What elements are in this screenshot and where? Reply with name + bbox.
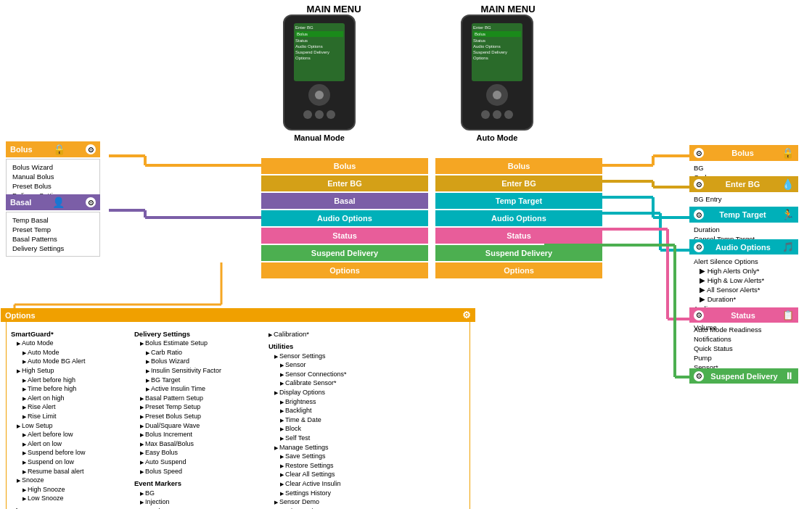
sg-high-snooze: High Snooze	[11, 485, 134, 494]
bar-audio-manual[interactable]: Audio Options	[261, 210, 428, 226]
ds-isf: Insulin Sensitivity Factor	[134, 366, 268, 376]
status-quick: Quick Status	[694, 344, 794, 353]
util-backlight: Backlight	[268, 406, 392, 415]
bar-temp-target-auto[interactable]: Temp Target	[435, 193, 602, 209]
ds-basal-pattern: Basal Pattern Setup	[134, 394, 268, 403]
util-sensor-conn: Sensor Connections*	[268, 370, 392, 379]
ds-preset-bolus: Preset Bolus Setup	[134, 412, 268, 421]
sg-alert-on-low: Alert on low	[11, 439, 134, 449]
util-brightness: Brightness	[268, 397, 392, 407]
util-restore: Restore Settings	[268, 461, 392, 471]
util-display: Display Options	[268, 388, 392, 397]
sg-low-snooze: Low Snooze	[11, 494, 134, 503]
ds-carb-ratio: Carb Ratio	[134, 348, 268, 357]
bar-enter-bg-manual[interactable]: Enter BG	[261, 175, 428, 191]
options-box: Options ⚙ SmartGuard* Auto Mode Auto Mod…	[6, 312, 470, 509]
manual-mode-device: Enter BG Bolus Status Audio Options Susp…	[283, 15, 356, 142]
bolus-left-header: Bolus	[10, 145, 33, 154]
manual-menu-bars: Bolus Enter BG Basal Audio Options Statu…	[261, 158, 428, 278]
util-self-test: Self Test	[268, 434, 392, 443]
bar-audio-auto[interactable]: Audio Options	[435, 210, 602, 226]
sg-rise-alert: Rise Alert	[11, 402, 134, 412]
bar-bolus-auto[interactable]: Bolus	[435, 158, 602, 174]
bolus-item-preset: Preset Bolus	[12, 181, 94, 191]
basal-item-patterns: Basal Patterns	[12, 234, 94, 244]
bar-options-manual[interactable]: Options	[261, 262, 428, 278]
basal-left-panel: Basal 👤 ⊙ Temp Basal Preset Temp Basal P…	[6, 194, 100, 257]
util-block: Block	[268, 424, 392, 434]
audio-options-right-header: Audio Options	[715, 243, 771, 252]
audio-high-low: ▶ High & Low Alerts*	[694, 276, 794, 285]
ds-easy-bolus: Easy Bolus	[134, 448, 268, 458]
sg-high-setup: High Setup	[11, 366, 134, 376]
status-auto-readiness: Auto Mode Readiness	[694, 325, 794, 334]
bolus-right-header: Bolus	[731, 149, 754, 157]
delivery-settings-title: Delivery Settings	[134, 329, 268, 339]
util-clear-insulin: Clear Active Insulin	[268, 479, 392, 489]
util-settings-hist: Settings History	[268, 489, 392, 498]
audio-duration: ▶ Duration*	[694, 294, 794, 304]
bar-suspend-manual[interactable]: Suspend Delivery	[261, 245, 428, 261]
bolus-right-bg: BG	[694, 163, 794, 173]
sg-suspend-on-low: Suspend on low	[11, 458, 134, 467]
suspend-right-header: Suspend Delivery	[710, 372, 777, 381]
bolus-item-wizard: Bolus Wizard	[12, 162, 94, 172]
util-clear-all: Clear All Settings	[268, 470, 392, 479]
sg-rise-limit: Rise Limit	[11, 412, 134, 421]
ds-ait: Active Insulin Time	[134, 384, 268, 394]
sg-auto-mode: Auto Mode	[11, 339, 134, 348]
auto-mode-device: Enter BG Bolus Status Audio Options Susp…	[461, 15, 533, 142]
auto-mode-label: Auto Mode	[461, 133, 533, 142]
manual-mode-label: Manual Mode	[283, 133, 356, 142]
util-manage: Manage Settings	[268, 443, 392, 452]
ds-auto-suspend: Auto Suspend	[134, 458, 268, 467]
audio-all-sensor: ▶ All Sensor Alerts*	[694, 285, 794, 294]
audio-high-alerts: ▶ High Alerts Only*	[694, 266, 794, 276]
options-header-label: Options	[5, 311, 36, 320]
bar-basal-manual[interactable]: Basal	[261, 193, 428, 209]
bar-options-auto[interactable]: Options	[435, 262, 602, 278]
bar-enter-bg-auto[interactable]: Enter BG	[435, 175, 602, 191]
main-title-right: MAIN MENU	[480, 4, 535, 15]
util-sensor: Sensor	[268, 360, 392, 370]
sg-suspend-before-low: Suspend before low	[11, 448, 134, 458]
suspend-right-panel: ⊙ Suspend Delivery ⏸	[689, 368, 798, 384]
main-title-left: MAIN MENU	[306, 4, 361, 15]
ds-bolus-wizard: Bolus Wizard	[134, 357, 268, 366]
ds-preset-temp: Preset Temp Setup	[134, 402, 268, 412]
bar-status-auto[interactable]: Status	[435, 228, 602, 244]
basal-left-header: Basal	[10, 198, 31, 207]
ds-bolus-speed: Bolus Speed	[134, 467, 268, 476]
basal-item-temp: Temp Basal	[12, 215, 94, 225]
bolus-item-manual: Manual Bolus	[12, 172, 94, 181]
temp-target-right-header: Temp Target	[719, 210, 766, 219]
bar-bolus-manual[interactable]: Bolus	[261, 158, 428, 174]
temp-target-duration: Duration	[694, 225, 794, 234]
sg-time-before-high: Time before high	[11, 384, 134, 394]
auto-menu-bars: Bolus Enter BG Temp Target Audio Options…	[435, 158, 602, 278]
sg-auto-mode-bg: Auto Mode BG Alert	[11, 357, 134, 366]
smartguard-title: SmartGuard*	[11, 329, 134, 339]
ds-dual-square: Dual/Square Wave	[134, 421, 268, 431]
util-sensor-settings: Sensor Settings	[268, 352, 392, 361]
sg-auto-mode2: Auto Mode	[11, 348, 134, 357]
sg-alert-before-high: Alert before high	[11, 376, 134, 385]
status-right-header: Status	[731, 311, 755, 320]
sg-snooze: Snooze	[11, 476, 134, 485]
enter-bg-right-header: Enter BG	[726, 180, 760, 189]
em-injection: Injection	[134, 497, 268, 507]
ds-bg-target: BG Target	[134, 376, 268, 385]
status-notifications: Notifications	[694, 334, 794, 344]
ds-bolus-estimate: Bolus Estimate Setup	[134, 339, 268, 348]
util-sensor-demo: Sensor Demo	[268, 497, 392, 507]
basal-item-delivery: Delivery Settings	[12, 244, 94, 253]
status-pump: Pump	[694, 353, 794, 363]
enter-bg-entry: BG Entry	[694, 194, 794, 204]
bar-suspend-auto[interactable]: Suspend Delivery	[435, 245, 602, 261]
bar-status-manual[interactable]: Status	[261, 228, 428, 244]
enter-bg-right-panel: ⊙ Enter BG 💧 BG Entry	[689, 176, 798, 206]
utilities-title: Utilities	[268, 342, 392, 351]
calibration-title: Calibration*	[268, 329, 392, 339]
sg-resume-basal: Resume basal alert	[11, 467, 134, 476]
util-save: Save Settings	[268, 452, 392, 461]
